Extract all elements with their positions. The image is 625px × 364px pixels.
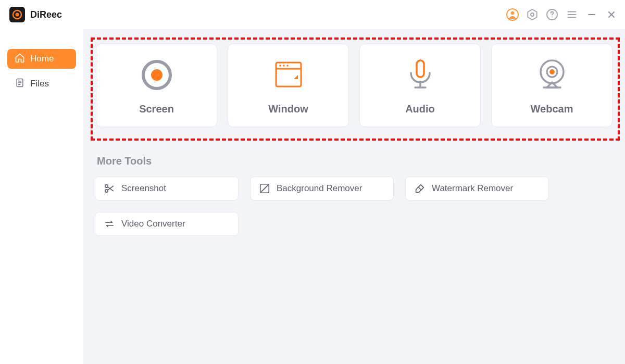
svg-line-35	[108, 186, 114, 190]
screen-record-icon	[138, 56, 176, 94]
svg-line-37	[261, 185, 268, 192]
mode-label: Window	[268, 103, 308, 115]
minimize-icon[interactable]	[585, 8, 598, 21]
account-icon[interactable]	[506, 8, 519, 21]
svg-rect-25	[417, 60, 424, 77]
svg-point-19	[151, 69, 162, 81]
main-area: Home Files	[0, 29, 625, 364]
tool-card-video-converter[interactable]: Video Converter	[95, 212, 239, 236]
help-icon[interactable]	[546, 8, 558, 21]
mode-label: Audio	[405, 103, 435, 115]
home-icon	[15, 53, 25, 66]
audio-mic-icon	[402, 56, 439, 94]
sidebar: Home Files	[0, 29, 83, 364]
mode-card-window[interactable]: Window	[228, 44, 349, 127]
titlebar-left: DiReec	[9, 7, 62, 22]
mode-label: Webcam	[531, 103, 573, 115]
tool-card-background-remover[interactable]: Background Remover	[250, 177, 394, 200]
tool-label: Video Converter	[121, 219, 185, 229]
content: Screen Window	[83, 29, 625, 364]
webcam-icon	[533, 56, 571, 94]
app-logo	[9, 7, 25, 22]
sidebar-item-files[interactable]: Files	[7, 74, 76, 94]
mode-card-webcam[interactable]: Webcam	[491, 44, 612, 127]
svg-line-38	[418, 187, 421, 190]
sidebar-item-label: Home	[30, 54, 54, 64]
eraser-icon	[414, 183, 426, 194]
window-icon	[270, 56, 307, 94]
mode-card-screen[interactable]: Screen	[96, 44, 217, 127]
titlebar: DiReec	[0, 0, 625, 29]
svg-point-23	[283, 65, 285, 67]
svg-point-1	[16, 13, 19, 17]
svg-point-22	[279, 65, 281, 67]
files-icon	[15, 78, 25, 91]
tool-label: Screenshot	[121, 183, 166, 194]
close-icon[interactable]	[605, 8, 618, 21]
titlebar-right	[506, 8, 618, 21]
more-tools-title: More Tools	[97, 155, 616, 167]
svg-point-7	[552, 17, 553, 18]
mode-row: Screen Window	[93, 40, 616, 127]
sidebar-item-label: Files	[30, 79, 49, 89]
scissors-icon	[104, 183, 115, 194]
svg-point-5	[531, 13, 534, 16]
tools-row: Screenshot Background Remover	[93, 177, 616, 236]
bg-remove-icon	[259, 183, 270, 194]
sidebar-item-home[interactable]: Home	[7, 49, 76, 69]
mode-label: Screen	[139, 103, 174, 115]
mode-card-audio[interactable]: Audio	[359, 44, 481, 127]
app-name: DiReec	[30, 9, 62, 20]
menu-icon[interactable]	[566, 8, 578, 21]
svg-point-24	[286, 65, 289, 67]
tool-label: Background Remover	[277, 183, 362, 194]
settings-icon[interactable]	[526, 8, 539, 21]
svg-line-34	[108, 187, 114, 191]
tool-card-screenshot[interactable]: Screenshot	[95, 177, 239, 200]
svg-marker-4	[528, 9, 536, 20]
tool-card-watermark-remover[interactable]: Watermark Remover	[405, 177, 549, 200]
svg-point-30	[549, 69, 555, 74]
tool-label: Watermark Remover	[432, 183, 513, 194]
svg-point-3	[511, 11, 514, 15]
convert-arrows-icon	[104, 218, 115, 230]
